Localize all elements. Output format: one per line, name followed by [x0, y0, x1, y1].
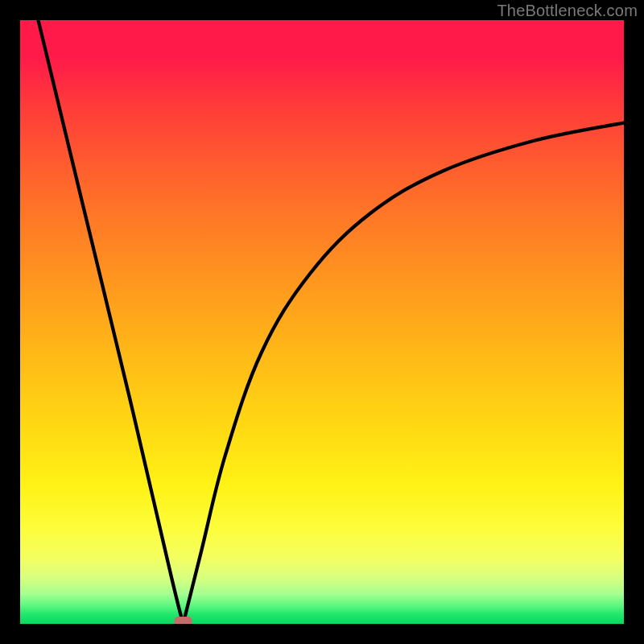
curve-right-branch — [184, 123, 625, 625]
curve-layer — [20, 20, 624, 624]
chart-frame: TheBottleneck.com — [0, 0, 644, 644]
watermark-text: TheBottleneck.com — [497, 2, 638, 20]
curve-left-branch — [39, 20, 184, 624]
min-marker — [175, 617, 192, 624]
plot-area — [20, 20, 624, 624]
